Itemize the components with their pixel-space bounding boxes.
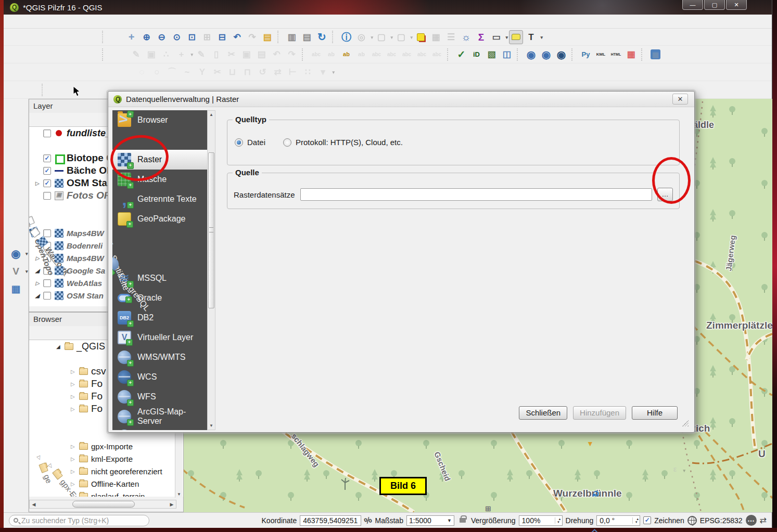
label-pin-icon[interactable]: ab <box>324 47 338 61</box>
minimize-button[interactable]: — <box>682 0 703 10</box>
merge-attributes-icon[interactable]: ⊓ <box>240 65 254 79</box>
wms-search-icon[interactable]: ◉ <box>539 47 553 61</box>
remove-part-icon[interactable]: ○ <box>150 65 164 79</box>
help-button[interactable]: Hilfe <box>632 406 678 420</box>
new-shapefile-layer-icon[interactable]: V <box>8 263 24 279</box>
processing-toolbox-icon[interactable]: ☼ <box>459 30 473 44</box>
dialog-close-button[interactable]: ✕ <box>672 94 688 105</box>
dialog-sidebar-scrollbar[interactable]: ▲ ▼ <box>207 110 215 430</box>
add-button[interactable]: Hinzufügen <box>573 406 626 420</box>
identify-features-icon[interactable]: ⓘ <box>339 30 353 44</box>
crs-globe-icon[interactable] <box>687 516 697 525</box>
text-annotation-icon[interactable]: T <box>524 30 538 44</box>
menu-item[interactable] <box>30 20 40 23</box>
expander-icon[interactable] <box>35 268 43 274</box>
expander-icon[interactable] <box>36 126 37 134</box>
expander-icon[interactable] <box>35 280 43 286</box>
add-wfs-layer-icon[interactable]: ◉ <box>8 245 24 261</box>
browser-horizontal-scrollbar[interactable]: ◀ ▶ <box>29 500 176 509</box>
scrollbar-thumb[interactable] <box>72 501 135 508</box>
paste-features-icon[interactable]: ▤ <box>254 47 269 61</box>
scroll-right-arrow[interactable]: ▶ <box>168 502 176 507</box>
delete-selected-icon[interactable]: ▯ <box>209 47 223 61</box>
dialog-sidebar-item[interactable]: WFS <box>112 387 207 407</box>
zoom-native-icon[interactable]: ⊙ <box>170 30 184 44</box>
rotation-spinner[interactable]: 0,0 °▲▼ <box>596 515 640 526</box>
menu-item[interactable] <box>123 20 134 23</box>
menu-item[interactable] <box>134 20 144 23</box>
zoom-next-icon[interactable]: ↷ <box>245 30 259 44</box>
run-feature-action-icon[interactable]: ◎ <box>354 30 368 44</box>
layer-checkbox[interactable] <box>43 154 51 162</box>
id-tool-icon[interactable]: iD <box>469 47 483 61</box>
menu-item[interactable] <box>40 20 50 23</box>
close-dialog-button[interactable]: Schließen <box>519 406 567 420</box>
split-features-icon[interactable]: ✂ <box>210 65 224 79</box>
measure-icon[interactable]: ▭ <box>489 30 503 44</box>
filter-expression-icon[interactable]: ε <box>669 463 681 475</box>
lock-icon[interactable] <box>460 518 466 523</box>
zoom-out-icon[interactable]: ⊖ <box>155 30 169 44</box>
label-show-hide-icon[interactable]: abc <box>385 47 399 61</box>
more-digitizing-icon[interactable]: ▾ <box>316 65 330 79</box>
menu-item[interactable] <box>9 20 19 23</box>
metasearch-icon[interactable]: ◉ <box>524 47 538 61</box>
copy-features-icon[interactable]: ▣ <box>239 47 253 61</box>
offset-curve-icon[interactable]: ⌒ <box>165 65 179 79</box>
label-change-icon[interactable]: abc <box>430 47 444 61</box>
map-tips-icon[interactable] <box>509 30 523 44</box>
menu-item[interactable] <box>50 20 61 23</box>
gesture-icon[interactable]: ⇄ <box>760 515 767 525</box>
dialog-sidebar-item[interactable]: Getrennte Texte <box>112 189 207 209</box>
html-annotation-icon[interactable]: HTML <box>609 47 623 61</box>
layer-checkbox[interactable] <box>33 126 42 127</box>
maximize-button[interactable]: ▢ <box>704 0 725 10</box>
expander-icon[interactable] <box>35 293 43 299</box>
tracking-icon[interactable]: % <box>363 515 374 526</box>
label-rotate-icon[interactable]: abc <box>415 47 429 61</box>
render-checkbox[interactable] <box>643 516 651 524</box>
pan-to-selection-icon[interactable]: + <box>124 30 138 44</box>
modify-attributes-icon[interactable]: ✎ <box>194 47 208 61</box>
dialog-sidebar-item[interactable]: GeoPackage <box>112 209 207 229</box>
label-move-icon[interactable]: abc <box>400 47 414 61</box>
coordinate-field[interactable]: 463759,5409251 <box>300 515 361 526</box>
reshape-features-icon[interactable]: ~ <box>180 65 194 79</box>
menu-item[interactable] <box>92 20 103 23</box>
expander-icon[interactable] <box>71 369 79 374</box>
spinner-arrows[interactable]: ▲▼ <box>555 517 562 524</box>
radio-protocol[interactable] <box>283 138 291 147</box>
menu-item[interactable] <box>19 9 23 20</box>
redo-icon[interactable]: ↷ <box>285 47 299 61</box>
select-features-icon[interactable]: ▢ <box>374 30 388 44</box>
save-layer-edits-icon[interactable]: ▣ <box>144 47 158 61</box>
expander-icon[interactable] <box>56 344 65 349</box>
filter-legend-icon[interactable]: ▼ <box>584 438 596 449</box>
refresh-browser-icon[interactable]: ↻ <box>590 487 603 500</box>
scale-combo[interactable]: 1:5000▼ <box>406 515 454 526</box>
expander-icon[interactable] <box>71 394 79 399</box>
messages-icon[interactable]: … <box>746 515 757 526</box>
offset-point-symbols-icon[interactable]: ⇄ <box>271 65 285 79</box>
crs-value[interactable]: EPSG:25832 <box>700 516 743 525</box>
web-binoculars-icon[interactable]: ◉ <box>554 47 568 61</box>
scroll-left-arrow[interactable]: ◀ <box>30 502 38 507</box>
toggle-editing-icon[interactable]: ✎ <box>129 47 143 61</box>
open-field-calculator-icon[interactable]: ☰ <box>444 30 458 44</box>
expander-icon[interactable] <box>71 456 79 462</box>
dialog-title-bar[interactable]: Datenquellenverwaltung | Raster ✕ <box>108 92 694 107</box>
menu-item[interactable] <box>103 20 113 23</box>
layer-checkbox[interactable] <box>43 292 51 300</box>
show-bookmarks-icon[interactable]: ▥ <box>285 30 299 44</box>
dialog-sidebar-item[interactable]: WMS/WMTS <box>112 347 207 367</box>
rotate-point-symbols-icon[interactable]: ↺ <box>256 65 270 79</box>
split-parts-icon[interactable]: Y <box>195 65 209 79</box>
close-button[interactable]: ✕ <box>726 0 747 10</box>
open-attribute-table-icon[interactable]: ▦ <box>429 30 443 44</box>
color-palette-icon[interactable]: ▦ <box>624 47 638 61</box>
kml-tools-icon[interactable]: KML <box>594 47 608 61</box>
cut-features-icon[interactable]: ✂ <box>224 47 238 61</box>
scroll-up-arrow[interactable]: ▲ <box>208 111 215 119</box>
new-bookmark-icon[interactable]: ▤ <box>260 30 274 44</box>
spinner-arrows[interactable]: ▲▼ <box>632 517 640 524</box>
